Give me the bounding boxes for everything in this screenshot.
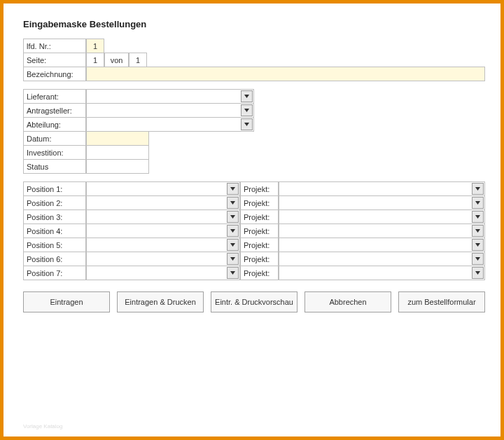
- projekt-label: Projekt:: [240, 238, 279, 252]
- position-label: Position 6:: [23, 252, 86, 266]
- lfd-value[interactable]: 1: [86, 39, 104, 53]
- eintr-vorschau-button[interactable]: Eintr. & Druckvorschau: [211, 291, 298, 312]
- position-select[interactable]: [86, 209, 240, 224]
- projekt-select[interactable]: [279, 224, 485, 238]
- projekt-select[interactable]: [279, 181, 485, 196]
- projekt-label: Projekt:: [240, 224, 279, 238]
- abteilung-select[interactable]: [86, 117, 254, 132]
- zum-formular-button[interactable]: zum Bestellformular: [398, 291, 485, 312]
- chevron-down-icon: [472, 267, 484, 279]
- position-select[interactable]: [86, 224, 240, 238]
- abbrechen-button[interactable]: Abbrechen: [304, 291, 391, 312]
- position-select[interactable]: [86, 252, 240, 266]
- chevron-down-icon: [227, 225, 239, 237]
- projekt-label: Projekt:: [240, 195, 279, 210]
- seite-von-label: von: [104, 53, 129, 67]
- status-label: Status: [23, 159, 86, 174]
- status-field[interactable]: [86, 159, 149, 174]
- positions-block: Position 1:Projekt:Position 2:Projekt:Po…: [23, 181, 485, 280]
- button-bar: Eintragen Eintragen & Drucken Eintr. & D…: [23, 291, 485, 312]
- chevron-down-icon: [227, 253, 239, 265]
- antragsteller-select[interactable]: [86, 103, 254, 118]
- chevron-down-icon: [241, 90, 253, 102]
- chevron-down-icon: [227, 267, 239, 279]
- watermark: Vorlage Katalog: [23, 423, 63, 429]
- datum-field[interactable]: [86, 131, 149, 146]
- eintragen-drucken-button[interactable]: Eintragen & Drucken: [117, 291, 204, 312]
- investition-label: Investition:: [23, 145, 86, 160]
- projekt-select[interactable]: [279, 252, 485, 266]
- lieferant-select[interactable]: [86, 89, 254, 104]
- projekt-select[interactable]: [279, 238, 485, 252]
- position-label: Position 2:: [23, 195, 86, 210]
- chevron-down-icon: [472, 211, 484, 223]
- lfd-label: lfd. Nr.:: [23, 39, 86, 53]
- projekt-label: Projekt:: [240, 252, 279, 266]
- bezeichnung-label: Bezeichnung:: [23, 67, 86, 81]
- chevron-down-icon: [227, 183, 239, 195]
- bezeichnung-field[interactable]: [86, 67, 485, 81]
- projekt-select[interactable]: [279, 195, 485, 210]
- datum-label: Datum:: [23, 131, 86, 146]
- position-select[interactable]: [86, 195, 240, 210]
- projekt-select[interactable]: [279, 266, 485, 280]
- position-label: Position 3:: [23, 209, 86, 224]
- position-select[interactable]: [86, 238, 240, 252]
- header-block: lfd. Nr.: 1 Seite: 1 von 1 Bezeichnung:: [23, 39, 485, 81]
- position-select[interactable]: [86, 181, 240, 196]
- projekt-select[interactable]: [279, 209, 485, 224]
- lieferant-label: Lieferant:: [23, 89, 86, 104]
- chevron-down-icon: [472, 253, 484, 265]
- antragsteller-label: Antragsteller:: [23, 103, 86, 118]
- chevron-down-icon: [241, 104, 253, 116]
- investition-field[interactable]: [86, 145, 149, 160]
- chevron-down-icon: [472, 183, 484, 195]
- eintragen-button[interactable]: Eintragen: [23, 291, 110, 312]
- seite-label: Seite:: [23, 53, 86, 67]
- projekt-label: Projekt:: [240, 181, 279, 196]
- chevron-down-icon: [472, 239, 484, 251]
- projekt-label: Projekt:: [240, 209, 279, 224]
- page-title: Eingabemaske Bestellungen: [23, 19, 485, 29]
- chevron-down-icon: [472, 197, 484, 209]
- mid-block: Lieferant: Antragsteller: Abteilung:: [23, 89, 485, 174]
- chevron-down-icon: [227, 197, 239, 209]
- window-frame: Eingabemaske Bestellungen lfd. Nr.: 1 Se…: [0, 0, 504, 440]
- chevron-down-icon: [241, 118, 253, 130]
- seite-total: 1: [129, 53, 147, 67]
- position-select[interactable]: [86, 266, 240, 280]
- chevron-down-icon: [227, 239, 239, 251]
- chevron-down-icon: [472, 225, 484, 237]
- abteilung-label: Abteilung:: [23, 117, 86, 132]
- position-label: Position 5:: [23, 238, 86, 252]
- projekt-label: Projekt:: [240, 266, 279, 280]
- chevron-down-icon: [227, 211, 239, 223]
- position-label: Position 4:: [23, 224, 86, 238]
- position-label: Position 1:: [23, 181, 86, 196]
- seite-value: 1: [86, 53, 104, 67]
- position-label: Position 7:: [23, 266, 86, 280]
